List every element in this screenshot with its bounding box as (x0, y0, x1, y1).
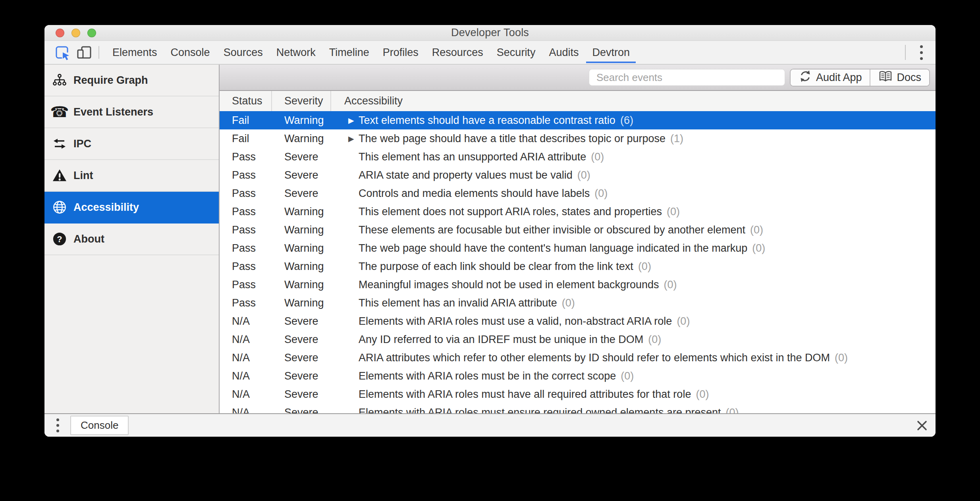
table-row[interactable]: N/A Severe ▶ Elements with ARIA roles mu… (220, 367, 936, 385)
row-description: Text elements should have a reasonable c… (359, 114, 615, 127)
open-book-icon (878, 70, 893, 85)
table-row[interactable]: N/A Severe ▶ Any ID referred to via an I… (220, 330, 936, 349)
column-header-status[interactable]: Status (220, 91, 272, 111)
sidebar-item-label: Require Graph (73, 74, 148, 87)
tab-sources[interactable]: Sources (217, 41, 270, 64)
table-row[interactable]: Pass Warning ▶ This element has an inval… (220, 294, 936, 312)
sidebar-item-label: Accessibility (73, 201, 139, 214)
tab-security[interactable]: Security (490, 41, 542, 64)
column-header-accessibility[interactable]: Accessibility (331, 91, 936, 111)
row-severity: Warning (272, 260, 331, 273)
sidebar-item-ipc[interactable]: IPC (44, 128, 219, 160)
tab-label: Console (171, 46, 210, 59)
row-status: N/A (220, 352, 272, 364)
tab-label: Audits (549, 46, 579, 59)
kebab-menu-icon[interactable] (916, 43, 927, 62)
row-severity: Severe (272, 315, 331, 328)
tab-label: Sources (224, 46, 263, 59)
close-window-button[interactable] (56, 29, 64, 37)
tab-label: Network (276, 46, 316, 59)
row-severity: Warning (272, 242, 331, 254)
tab-profiles[interactable]: Profiles (376, 41, 425, 64)
devtools-window: Developer Tools Elemen (44, 25, 936, 437)
devtools-tabs: Elements Console Sources Network Timelin… (106, 41, 637, 64)
tab-bar-right (905, 43, 936, 62)
row-severity: Severe (272, 407, 331, 414)
row-description-cell: ▶ The purpose of each link should be cle… (331, 260, 936, 273)
close-icon[interactable] (915, 419, 929, 432)
tab-label: Timeline (329, 46, 369, 59)
table-row[interactable]: N/A Severe ▶ ARIA attributes which refer… (220, 349, 936, 367)
row-severity: Severe (272, 388, 331, 401)
table-row[interactable]: Pass Warning ▶ The purpose of each link … (220, 257, 936, 276)
row-severity: Warning (272, 114, 331, 127)
table-row[interactable]: N/A Severe ▶ Elements with ARIA roles mu… (220, 403, 936, 413)
drawer-kebab-menu-icon[interactable] (56, 418, 59, 432)
menu-separator (905, 45, 906, 60)
warning-triangle-icon (52, 168, 67, 183)
table-row[interactable]: Pass Warning ▶ This element does not sup… (220, 202, 936, 221)
table-row[interactable]: Pass Severe ▶ ARIA state and property va… (220, 166, 936, 184)
sidebar-item-accessibility[interactable]: Accessibility (44, 192, 219, 224)
minimize-window-button[interactable] (71, 29, 80, 37)
device-toolbar-icon[interactable] (76, 44, 92, 60)
table-row[interactable]: Fail Warning ▶ The web page should have … (220, 129, 936, 148)
row-count: (0) (667, 206, 680, 218)
table-row[interactable]: Pass Severe ▶ Controls and media element… (220, 184, 936, 202)
docs-button[interactable]: Docs (870, 69, 929, 86)
table-row[interactable]: Fail Warning ▶ Text elements should have… (220, 111, 936, 129)
row-description-cell: ▶ Elements with ARIA roles must have all… (331, 388, 936, 401)
row-status: Pass (220, 151, 272, 163)
row-description: Elements with ARIA roles must have all r… (359, 388, 691, 401)
tab-resources[interactable]: Resources (425, 41, 490, 64)
search-input[interactable] (589, 69, 785, 86)
row-description-cell: ▶ ARIA state and property values must be… (331, 169, 936, 181)
table-row[interactable]: Pass Warning ▶ The web page should have … (220, 239, 936, 257)
row-count: (0) (594, 187, 608, 200)
table-row[interactable]: N/A Severe ▶ Elements with ARIA roles mu… (220, 312, 936, 330)
tab-network[interactable]: Network (270, 41, 322, 64)
disclosure-triangle-icon[interactable]: ▶ (348, 116, 359, 125)
table-row[interactable]: Pass Severe ▶ This element has an unsupp… (220, 148, 936, 166)
console-drawer: Console (44, 413, 936, 437)
table-row[interactable]: Pass Warning ▶ Meaningful images should … (220, 276, 936, 294)
tab-elements[interactable]: Elements (106, 41, 164, 64)
row-description-cell: ▶ The web page should have the content's… (331, 242, 936, 254)
audit-app-button[interactable]: Audit App (791, 69, 870, 86)
row-count: (0) (621, 370, 634, 382)
row-description-cell: ▶ Meaningful images should not be used i… (331, 279, 936, 291)
sidebar-item-require-graph[interactable]: Require Graph (44, 65, 219, 96)
row-status: Pass (220, 297, 272, 309)
row-description: Any ID referred to via an IDREF must be … (359, 333, 643, 346)
tab-console[interactable]: Console (164, 41, 217, 64)
tab-timeline[interactable]: Timeline (322, 41, 376, 64)
audit-results-table: Fail Warning ▶ Text elements should have… (220, 111, 936, 413)
row-count: (0) (835, 352, 848, 364)
help-circle-icon: ? (52, 231, 67, 247)
toolbar-separator (98, 46, 99, 59)
row-description: This element has an unsupported ARIA att… (359, 151, 586, 163)
disclosure-triangle-icon[interactable]: ▶ (348, 134, 359, 143)
row-status: N/A (220, 407, 272, 414)
row-severity: Severe (272, 333, 331, 346)
flow-tree-icon (52, 72, 67, 88)
inspect-element-icon[interactable] (54, 44, 70, 60)
sidebar-item-label: Lint (73, 170, 93, 182)
row-description: The purpose of each link should be clear… (359, 260, 633, 273)
sidebar-item-label: Event Listeners (73, 106, 153, 118)
row-description-cell: ▶ ARIA attributes which refer to other e… (331, 352, 936, 364)
phone-icon: ☎ (52, 104, 67, 120)
column-header-severity[interactable]: Severity (272, 91, 331, 111)
table-row[interactable]: N/A Severe ▶ Elements with ARIA roles mu… (220, 385, 936, 403)
sidebar-item-event-listeners[interactable]: ☎ Event Listeners (44, 96, 219, 128)
row-count: (0) (577, 169, 590, 181)
tool-icons (44, 44, 92, 60)
zoom-window-button[interactable] (87, 29, 96, 37)
row-status: Pass (220, 260, 272, 273)
sidebar-item-about[interactable]: ? About (44, 224, 219, 255)
tab-audits[interactable]: Audits (542, 41, 585, 64)
tab-devtron[interactable]: Devtron (585, 41, 637, 64)
sidebar-item-lint[interactable]: Lint (44, 160, 219, 192)
table-row[interactable]: Pass Warning ▶ These elements are focusa… (220, 221, 936, 239)
drawer-tab-console[interactable]: Console (70, 416, 129, 435)
